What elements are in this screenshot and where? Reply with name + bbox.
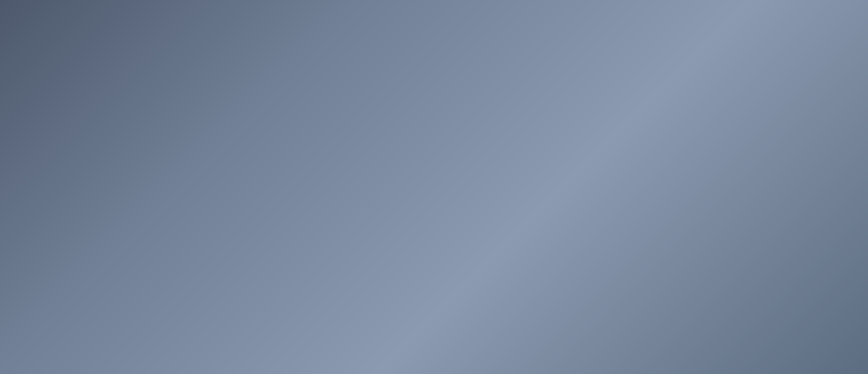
background-overlay (0, 0, 868, 374)
